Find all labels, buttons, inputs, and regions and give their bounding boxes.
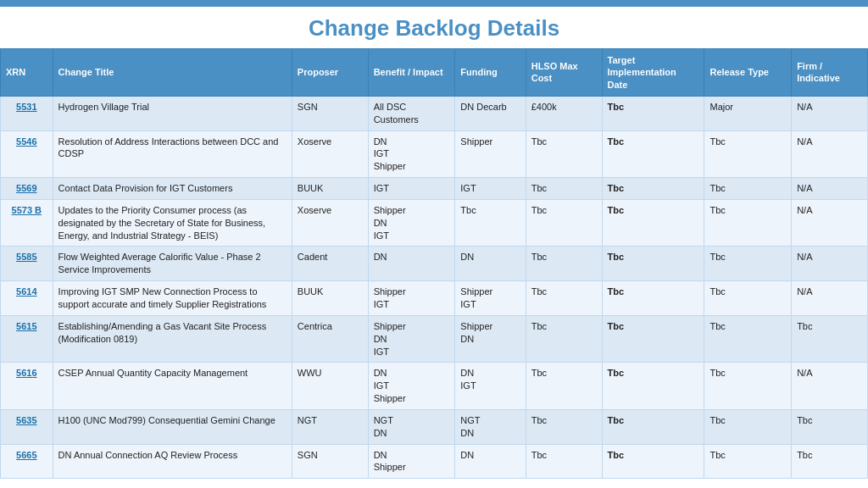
firm-cell: Tbc: [792, 409, 868, 444]
funding-cell: NGT DN: [455, 409, 526, 444]
title-cell: Improving IGT SMP New Connection Process…: [53, 281, 292, 316]
funding-cell: Shipper IGT: [455, 281, 526, 316]
header-funding: Funding: [455, 49, 526, 97]
hlso-cell: Tbc: [526, 199, 602, 247]
firm-cell: N/A: [792, 96, 868, 130]
table-row: 5531Hydrogen Village TrialSGNAll DSC Cus…: [1, 96, 868, 130]
target-cell: Tbc: [602, 247, 704, 281]
xrn-cell[interactable]: 5665: [1, 444, 53, 479]
release-cell: Major: [704, 96, 792, 130]
header-benefit: Benefit / Impact: [368, 49, 455, 97]
table-row: 5616CSEP Annual Quantity Capacity Manage…: [1, 363, 868, 410]
target-cell: Tbc: [602, 315, 704, 363]
benefit-cell: DN Shipper: [368, 444, 455, 479]
hlso-cell: Tbc: [526, 363, 602, 410]
top-bar: [0, 0, 868, 7]
title-cell: DN Annual Connection AQ Review Process: [53, 444, 292, 479]
benefit-cell: DN IGT Shipper: [368, 130, 455, 178]
benefit-cell: IGT: [368, 178, 455, 200]
table-row: 5585Flow Weighted Average Calorific Valu…: [1, 247, 868, 281]
benefit-cell: NGT DN: [368, 409, 455, 444]
target-cell: Tbc: [602, 281, 704, 316]
firm-cell: Tbc: [792, 444, 868, 479]
target-cell: Tbc: [602, 130, 704, 178]
release-cell: Tbc: [704, 130, 792, 178]
proposer-cell: BUUK: [292, 178, 368, 200]
benefit-cell: Shipper IGT: [368, 281, 455, 316]
funding-cell: IGT: [455, 178, 526, 200]
table-row: 5615Establishing/Amending a Gas Vacant S…: [1, 315, 868, 363]
table-row: 5614Improving IGT SMP New Connection Pro…: [1, 281, 868, 316]
funding-cell: DN IGT: [455, 363, 526, 410]
xrn-cell[interactable]: 5569: [1, 178, 53, 200]
release-cell: Tbc: [704, 199, 792, 247]
proposer-cell: BUUK: [292, 281, 368, 316]
target-cell: Tbc: [602, 409, 704, 444]
release-cell: Tbc: [704, 247, 792, 281]
funding-cell: Shipper: [455, 130, 526, 178]
hlso-cell: Tbc: [526, 247, 602, 281]
title-cell: Contact Data Provision for IGT Customers: [53, 178, 292, 200]
firm-cell: N/A: [792, 363, 868, 410]
release-cell: Tbc: [704, 409, 792, 444]
firm-cell: N/A: [792, 178, 868, 200]
funding-cell: Tbc: [455, 199, 526, 247]
benefit-cell: Shipper DN IGT: [368, 199, 455, 247]
funding-cell: DN: [455, 247, 526, 281]
backlog-table: XRN Change Title Proposer Benefit / Impa…: [0, 48, 868, 479]
header-hlso: HLSO Max Cost: [526, 49, 602, 97]
hlso-cell: Tbc: [526, 281, 602, 316]
release-cell: Tbc: [704, 315, 792, 363]
benefit-cell: DN IGT Shipper: [368, 363, 455, 410]
title-cell: Establishing/Amending a Gas Vacant Site …: [53, 315, 292, 363]
table-row: 5665DN Annual Connection AQ Review Proce…: [1, 444, 868, 479]
release-cell: Tbc: [704, 281, 792, 316]
xrn-cell[interactable]: 5616: [1, 363, 53, 410]
firm-cell: N/A: [792, 130, 868, 178]
page-title: Change Backlog Details: [0, 7, 868, 48]
xrn-cell[interactable]: 5585: [1, 247, 53, 281]
proposer-cell: NGT: [292, 409, 368, 444]
proposer-cell: WWU: [292, 363, 368, 410]
header-release: Release Type: [704, 49, 792, 97]
proposer-cell: Cadent: [292, 247, 368, 281]
hlso-cell: Tbc: [526, 315, 602, 363]
funding-cell: DN Decarb: [455, 96, 526, 130]
title-cell: CSEP Annual Quantity Capacity Management: [53, 363, 292, 410]
benefit-cell: DN: [368, 247, 455, 281]
header-target: Target Implementation Date: [602, 49, 704, 97]
table-row: 5635H100 (UNC Mod799) Consequential Gemi…: [1, 409, 868, 444]
header-title: Change Title: [53, 49, 292, 97]
firm-cell: N/A: [792, 281, 868, 316]
hlso-cell: Tbc: [526, 444, 602, 479]
proposer-cell: SGN: [292, 444, 368, 479]
xrn-cell[interactable]: 5635: [1, 409, 53, 444]
title-cell: Resolution of Address Interactions betwe…: [53, 130, 292, 178]
header-proposer: Proposer: [292, 49, 368, 97]
target-cell: Tbc: [602, 96, 704, 130]
header-xrn: XRN: [1, 49, 53, 97]
benefit-cell: All DSC Customers: [368, 96, 455, 130]
proposer-cell: Centrica: [292, 315, 368, 363]
target-cell: Tbc: [602, 199, 704, 247]
xrn-cell[interactable]: 5546: [1, 130, 53, 178]
xrn-cell[interactable]: 5615: [1, 315, 53, 363]
title-cell: Hydrogen Village Trial: [53, 96, 292, 130]
firm-cell: Tbc: [792, 315, 868, 363]
target-cell: Tbc: [602, 363, 704, 410]
hlso-cell: Tbc: [526, 178, 602, 200]
title-cell: Flow Weighted Average Calorific Value - …: [53, 247, 292, 281]
xrn-cell[interactable]: 5531: [1, 96, 53, 130]
title-cell: Updates to the Priority Consumer process…: [53, 199, 292, 247]
target-cell: Tbc: [602, 178, 704, 200]
xrn-cell[interactable]: 5573 B: [1, 199, 53, 247]
table-row: 5569Contact Data Provision for IGT Custo…: [1, 178, 868, 200]
header-firm: Firm / Indicative: [792, 49, 868, 97]
release-cell: Tbc: [704, 363, 792, 410]
table-row: 5573 BUpdates to the Priority Consumer p…: [1, 199, 868, 247]
funding-cell: DN: [455, 444, 526, 479]
xrn-cell[interactable]: 5614: [1, 281, 53, 316]
funding-cell: Shipper DN: [455, 315, 526, 363]
release-cell: Tbc: [704, 178, 792, 200]
firm-cell: N/A: [792, 199, 868, 247]
